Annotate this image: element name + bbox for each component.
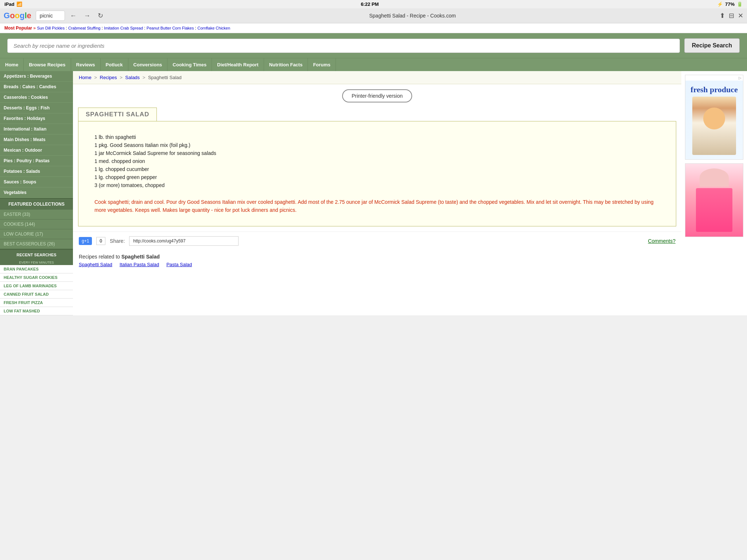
featured-cookies[interactable]: COOKIES (144)	[0, 219, 73, 229]
popular-link-5[interactable]: Cornflake Chicken	[197, 26, 230, 30]
featured-easter[interactable]: EASTER (33)	[0, 210, 73, 219]
popular-link-3[interactable]: Imitation Crab Spread	[104, 26, 144, 30]
featured-low-calorie[interactable]: LOW CALORIE (17)	[0, 229, 73, 239]
forward-button[interactable]: →	[82, 11, 93, 20]
share-button[interactable]: ⬆	[720, 12, 725, 20]
ingredient-5: 1 lg. chopped cucumber	[94, 165, 660, 173]
popular-link-2[interactable]: Crabmeat Stuffing	[68, 26, 102, 30]
recipe-title: SPAGHETTI SALAD	[78, 108, 157, 121]
breadcrumb-salads[interactable]: Salads	[125, 75, 140, 80]
recipe-body: 1 lb. thin spaghetti 1 pkg. Good Seasons…	[78, 121, 676, 226]
recipe-card: SPAGHETTI SALAD 1 lb. thin spaghetti 1 p…	[78, 108, 676, 226]
sidebar-item-appetizers[interactable]: Appetizers : Beverages	[0, 71, 73, 82]
status-bar: iPad 📶 6:22 PM ⚡ 77% 🔋	[0, 0, 747, 8]
related-prefix: Recipes related to	[79, 254, 121, 260]
sidebar-item-casseroles[interactable]: Casseroles : Cookies	[0, 92, 73, 103]
share-bar: g+1 0 Share: Comments?	[73, 232, 681, 250]
ad-person-image-1	[692, 97, 736, 155]
ingredient-7: 3 (or more) tomatoes, chopped	[94, 181, 660, 189]
search-input[interactable]	[7, 39, 680, 53]
related-section: Recipes related to Spaghetti Salad Spagh…	[73, 250, 681, 273]
related-link-3[interactable]: Pasta Salad	[166, 262, 192, 267]
recent-bran-pancakes[interactable]: BRAN PANCAKES	[0, 265, 73, 273]
sidebar-item-favorites[interactable]: Favorites : Holidays	[0, 113, 73, 124]
page-title: Spaghetti Salad - Recipe - Cooks.com	[108, 13, 717, 19]
nav-home[interactable]: Home	[0, 58, 24, 71]
recent-fruit-pizza[interactable]: FRESH FRUIT PIZZA	[0, 299, 73, 307]
recipe-instructions: Cook spaghetti; drain and cool. Pour dry…	[86, 195, 669, 220]
ingredient-1: 1 lb. thin spaghetti	[94, 133, 660, 141]
breadcrumb-home[interactable]: Home	[79, 75, 92, 80]
close-button[interactable]: ✕	[738, 12, 743, 20]
content-area: Home > Recipes > Salads > Spaghetti Sala…	[73, 71, 681, 315]
nav-diet-health[interactable]: Diet/Health Report	[212, 58, 264, 71]
recipe-ingredients: 1 lb. thin spaghetti 1 pkg. Good Seasons…	[86, 127, 669, 195]
ingredient-6: 1 lg. chopped green pepper	[94, 173, 660, 181]
nav-reviews[interactable]: Reviews	[71, 58, 101, 71]
nav-nutrition[interactable]: Nutrition Facts	[264, 58, 308, 71]
browser-actions: ⬆ ⊟ ✕	[720, 12, 743, 20]
recent-mashed[interactable]: LOW FAT MASHED	[0, 307, 73, 315]
comments-link[interactable]: Comments?	[648, 238, 676, 244]
sidebar-item-potatoes[interactable]: Potatoes : Salads	[0, 166, 73, 177]
url-bar[interactable]	[36, 11, 65, 21]
ingredient-4: 1 med. chopped onion	[94, 157, 660, 165]
search-header: Recipe Search	[0, 33, 747, 58]
battery-label: 77%	[725, 1, 735, 7]
sep1: >	[94, 75, 97, 80]
related-title: Recipes related to Spaghetti Salad	[79, 254, 676, 260]
featured-collections-header: FEATURED COLLECTIONS	[0, 198, 73, 210]
recent-subtitle: EVERY FEW MINUTES	[0, 260, 73, 265]
recipe-search-button[interactable]: Recipe Search	[684, 38, 740, 53]
sidebar-item-vegetables[interactable]: Vegetables	[0, 187, 73, 198]
battery-icon: 🔋	[737, 1, 743, 7]
printer-btn-wrapper: Printer-friendly version	[73, 84, 681, 108]
breadcrumb-recipes[interactable]: Recipes	[100, 75, 117, 80]
sep2: >	[120, 75, 123, 80]
nav-forums[interactable]: Forums	[308, 58, 336, 71]
popular-link-1[interactable]: Sun Dill Pickles	[37, 26, 66, 30]
google-logo: Google	[4, 11, 31, 20]
sidebar-item-pies[interactable]: Pies : Poultry : Pastas	[0, 156, 73, 166]
share-url-input[interactable]	[129, 236, 239, 246]
featured-casseroles[interactable]: BEST CASSEROLES (26)	[0, 239, 73, 249]
most-popular-bar: Most Popular » Sun Dill Pickles : Crabme…	[0, 23, 747, 33]
related-link-1[interactable]: Spaghetti Salad	[79, 262, 112, 267]
back-button[interactable]: ←	[68, 11, 79, 20]
recent-sugar-cookies[interactable]: HEALTHY SUGAR COOKIES	[0, 273, 73, 282]
related-link-2[interactable]: Italian Pasta Salad	[120, 262, 159, 267]
ipad-label: iPad	[4, 1, 14, 7]
recent-fruit-salad[interactable]: CANNED FRUIT SALAD	[0, 290, 73, 299]
nav-cooking-times[interactable]: Cooking Times	[167, 58, 212, 71]
nav-potluck[interactable]: Potluck	[101, 58, 128, 71]
recent-lamb[interactable]: LEG OF LAMB MARINADES	[0, 282, 73, 290]
main-wrapper: Most Popular » Sun Dill Pickles : Crabme…	[0, 23, 747, 315]
ad-box-1: ▷ fresh produce	[685, 75, 743, 160]
share-label: Share:	[110, 238, 125, 244]
sidebar-item-international[interactable]: International : Italian	[0, 124, 73, 135]
ad-content-1[interactable]: fresh produce	[685, 81, 743, 159]
sidebar: Appetizers : Beverages Breads : Cakes : …	[0, 71, 73, 315]
nav-bar: Home Browse Recipes Reviews Potluck Conv…	[0, 58, 747, 71]
gplus-button[interactable]: g+1	[79, 237, 92, 245]
printer-friendly-button[interactable]: Printer-friendly version	[342, 89, 412, 102]
recipe-tab-row: SPAGHETTI SALAD	[78, 108, 676, 121]
bluetooth-icon: ⚡	[717, 1, 723, 7]
nav-conversions[interactable]: Conversions	[128, 58, 168, 71]
popular-link-4[interactable]: Peanut Butter Corn Flakes	[147, 26, 195, 30]
sidebar-item-breads[interactable]: Breads : Cakes : Candies	[0, 82, 73, 92]
ad-box-2	[685, 163, 743, 237]
sidebar-item-main-dishes[interactable]: Main Dishes : Meats	[0, 135, 73, 145]
related-recipe-name: Spaghetti Salad	[121, 254, 160, 260]
nav-browse[interactable]: Browse Recipes	[24, 58, 71, 71]
status-right: ⚡ 77% 🔋	[717, 1, 743, 7]
refresh-button[interactable]: ↻	[96, 11, 105, 20]
sidebar-item-mexican[interactable]: Mexican : Outdoor	[0, 145, 73, 156]
ad-label-1: ▷	[685, 75, 743, 81]
tab-search-button[interactable]: ⊟	[729, 12, 734, 20]
sidebar-item-sauces[interactable]: Sauces : Soups	[0, 177, 73, 187]
ingredient-2: 1 pkg. Good Seasons Italian mix (foil pk…	[94, 141, 660, 149]
recent-searches-header: RECENT SEARCHES	[0, 249, 73, 260]
ad-content-2[interactable]	[685, 164, 743, 237]
sidebar-item-desserts[interactable]: Desserts : Eggs : Fish	[0, 103, 73, 113]
